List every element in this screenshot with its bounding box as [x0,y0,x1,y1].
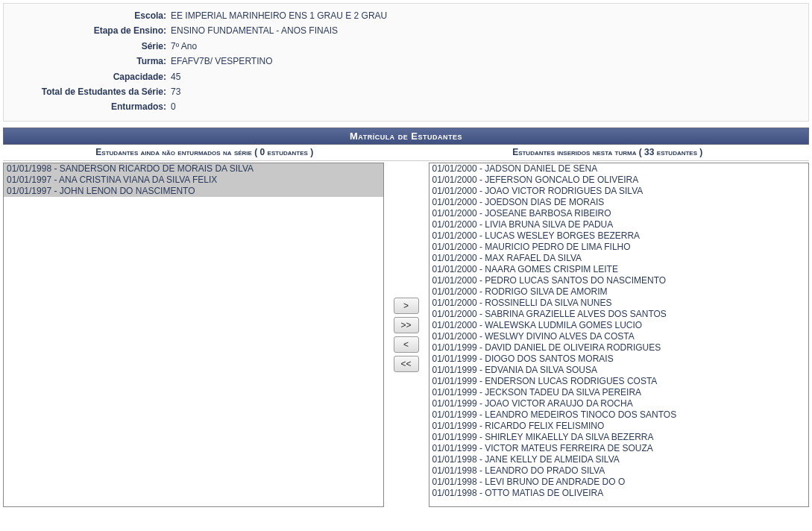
transfer-buttons: > >> < << [384,163,429,507]
list-item[interactable]: 01/01/1998 - LEANDRO DO PRADO SILVA [429,465,809,477]
list-item[interactable]: 01/01/1999 - ENDERSON LUCAS RODRIGUES CO… [429,376,809,387]
label-etapa: Etapa de Ensino: [10,23,169,38]
list-item[interactable]: 01/01/2000 - RODRIGO SILVA DE AMORIM [429,286,809,298]
transfer-area: 01/01/1998 - SANDERSON RICARDO DE MORAIS… [3,161,809,507]
label-capacidade: Capacidade: [10,69,169,84]
list-item[interactable]: 01/01/1999 - EDVANIA DA SILVA SOUSA [429,365,809,376]
list-item[interactable]: 01/01/2000 - MAX RAFAEL DA SILVA [429,253,809,264]
list-item[interactable]: 01/01/2000 - JOSEANE BARBOSA RIBEIRO [429,208,809,219]
left-listbox[interactable]: 01/01/1998 - SANDERSON RICARDO DE MORAIS… [3,163,384,507]
list-item[interactable]: 01/01/1999 - JOAO VICTOR ARAUJO DA ROCHA [429,398,809,409]
list-item[interactable]: 01/01/1999 - DIOGO DOS SANTOS MORAIS [429,354,809,365]
move-all-right-button[interactable]: >> [394,317,419,333]
list-item[interactable]: 01/01/1998 - SANDERSON RICARDO DE MORAIS… [4,163,383,175]
move-left-button[interactable]: < [394,336,419,353]
list-item[interactable]: 01/01/2000 - PEDRO LUCAS SANTOS DO NASCI… [429,275,809,286]
list-item[interactable]: 01/01/2000 - LUCAS WESLEY BORGES BEZERRA [429,230,809,242]
value-turma: EFAFV7B/ VESPERTINO [169,54,273,69]
label-enturmados: Enturmados: [10,99,169,114]
list-item[interactable]: 01/01/2000 - JADSON DANIEL DE SENA [429,163,809,175]
label-serie: Série: [10,39,169,54]
label-turma: Turma: [10,54,169,69]
info-panel: Escola: EE IMPERIAL MARINHEIRO ENS 1 GRA… [3,3,809,122]
list-item[interactable]: 01/01/1997 - JOHN LENON DO NASCIMENTO [4,186,383,197]
list-item[interactable]: 01/01/2000 - LIVIA BRUNA SILVA DE PADUA [429,219,809,230]
list-item[interactable]: 01/01/1999 - JECKSON TADEU DA SILVA PERE… [429,387,809,398]
label-escola: Escola: [10,8,169,23]
value-serie: 7º Ano [169,39,197,54]
list-item[interactable]: 01/01/2000 - ROSSINELLI DA SILVA NUNES [429,298,809,309]
section-title: Matrícula de Estudantes [3,128,809,145]
value-total: 73 [169,84,180,99]
columns-header: Estudantes ainda não enturmados na série… [3,145,809,161]
list-item[interactable]: 01/01/2000 - JEFERSON GONCALO DE OLIVEIR… [429,175,809,186]
list-item[interactable]: 01/01/1997 - ANA CRISTINA VIANA DA SILVA… [4,175,383,186]
list-item[interactable]: 01/01/2000 - WALEWSKA LUDMILA GOMES LUCI… [429,320,809,331]
list-item[interactable]: 01/01/2000 - NAARA GOMES CRISPIM LEITE [429,264,809,275]
value-escola: EE IMPERIAL MARINHEIRO ENS 1 GRAU E 2 GR… [169,8,387,23]
move-all-left-button[interactable]: << [394,356,419,372]
label-total: Total de Estudantes da Série: [10,84,169,99]
list-item[interactable]: 01/01/2000 - JOAO VICTOR RODRIGUES DA SI… [429,186,809,197]
header-right: Estudantes inseridos nesta turma ( 33 es… [406,145,810,160]
list-item[interactable]: 01/01/1999 - DAVID DANIEL DE OLIVEIRA RO… [429,342,809,354]
list-item[interactable]: 01/01/1999 - VICTOR MATEUS FERREIRA DE S… [429,443,809,454]
list-item[interactable]: 01/01/1999 - LEANDRO MEDEIROS TINOCO DOS… [429,409,809,421]
value-etapa: ENSINO FUNDAMENTAL - ANOS FINAIS [169,23,338,38]
list-item[interactable]: 01/01/1999 - RICARDO FELIX FELISMINO [429,421,809,432]
list-item[interactable]: 01/01/2000 - JOEDSON DIAS DE MORAIS [429,197,809,208]
list-item[interactable]: 01/01/2000 - MAURICIO PEDRO DE LIMA FILH… [429,242,809,253]
list-item[interactable]: 01/01/1998 - JANE KELLY DE ALMEIDA SILVA [429,454,809,465]
list-item[interactable]: 01/01/1998 - OTTO MATIAS DE OLIVEIRA [429,488,809,499]
list-item[interactable]: 01/01/1998 - LEVI BRUNO DE ANDRADE DO O [429,477,809,488]
list-item[interactable]: 01/01/2000 - WESLWY DIVINO ALVES DA COST… [429,331,809,342]
list-item[interactable]: 01/01/1999 - SHIRLEY MIKAELLY DA SILVA B… [429,432,809,443]
move-right-button[interactable]: > [394,298,419,314]
value-enturmados: 0 [169,99,176,114]
right-listbox[interactable]: 01/01/2000 - JADSON DANIEL DE SENA01/01/… [429,163,810,507]
list-item[interactable]: 01/01/2000 - SABRINA GRAZIELLE ALVES DOS… [429,309,809,320]
value-capacidade: 45 [169,69,180,84]
header-left: Estudantes ainda não enturmados na série… [3,145,406,160]
